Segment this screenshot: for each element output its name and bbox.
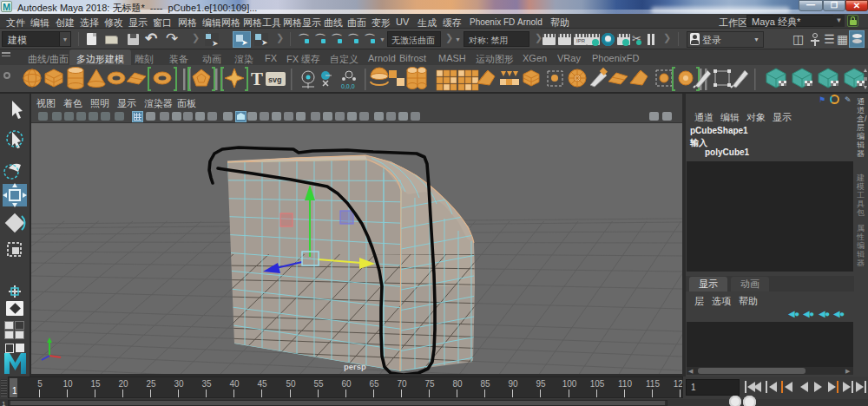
svg-text:persp: persp [344, 362, 366, 371]
svg-text:svg: svg [268, 75, 282, 84]
svg-text:T: T [251, 69, 263, 89]
svg-text:0,0,0: 0,0,0 [341, 83, 355, 89]
